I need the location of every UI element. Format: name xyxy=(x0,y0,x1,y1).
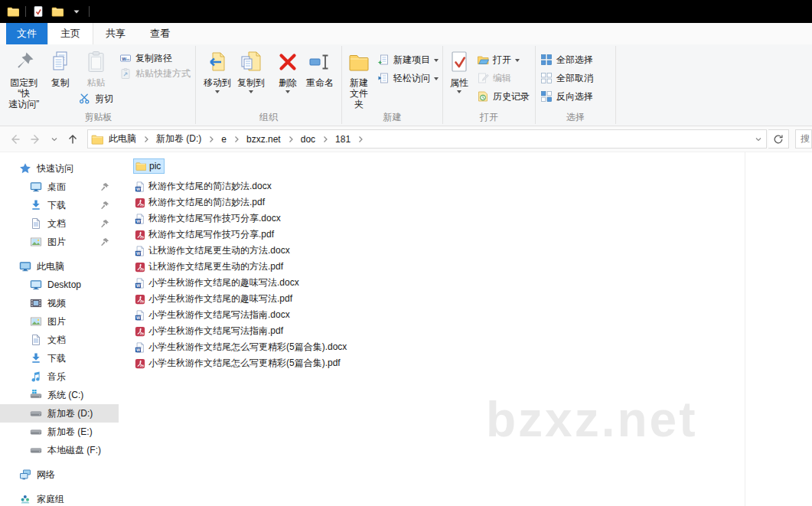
star-icon xyxy=(19,162,31,175)
svg-text:W: W xyxy=(136,218,141,223)
file-row[interactable]: PDF小学生秋游作文结尾写法指南.pdf xyxy=(133,323,286,339)
button-label: 打开 xyxy=(493,54,511,67)
delete-button[interactable]: 删除 xyxy=(272,46,303,93)
qat-properties-icon[interactable] xyxy=(31,5,45,18)
button-label: 新建 文件夹 xyxy=(347,77,371,109)
sidebar-section-homegroup[interactable]: 家庭组 xyxy=(0,490,119,506)
search-input[interactable]: 搜 xyxy=(795,129,812,149)
rename-button[interactable]: 重命名 xyxy=(303,46,337,88)
up-button[interactable] xyxy=(63,129,83,149)
invert-selection-button[interactable]: 反向选择 xyxy=(537,87,596,106)
sidebar-item-label: 文档 xyxy=(47,217,66,230)
file-row[interactable]: PDF秋游作文结尾写作技巧分享.pdf xyxy=(133,227,277,243)
move-to-button[interactable]: 移动到 xyxy=(201,46,234,93)
pin-to-quick-access-button[interactable]: 固定到“快 速访问” xyxy=(3,46,44,109)
breadcrumb-chevron-icon[interactable] xyxy=(142,135,151,144)
breadcrumb-chevron-icon[interactable] xyxy=(356,135,365,144)
recent-locations-dropdown[interactable] xyxy=(47,129,61,149)
network-icon xyxy=(19,468,31,481)
easy-access-button[interactable]: 轻松访问 xyxy=(374,69,442,87)
new-folder-icon xyxy=(347,50,371,74)
file-row[interactable]: W让秋游作文结尾更生动的方法.docx xyxy=(133,243,293,259)
sidebar-item[interactable]: 下载 xyxy=(0,196,119,214)
sidebar-item-label: 新加卷 (D:) xyxy=(47,407,93,420)
copy-path-button[interactable]: W 复制路径 xyxy=(116,51,194,66)
qat-customize-dropdown[interactable] xyxy=(70,5,83,18)
pin-icon[interactable] xyxy=(100,237,109,246)
qat-folder2-icon[interactable] xyxy=(51,5,64,18)
pin-icon[interactable] xyxy=(100,219,109,228)
breadcrumb-item[interactable]: 181 xyxy=(330,134,356,145)
new-item-button[interactable]: 新建项目 xyxy=(374,51,442,69)
ribbon-group-label: 组织 xyxy=(197,110,340,126)
refresh-icon xyxy=(772,133,784,145)
sidebar-section-network[interactable]: 网络 xyxy=(0,465,119,484)
sidebar-item[interactable]: 本地磁盘 (F:) xyxy=(0,441,119,459)
sidebar-item[interactable]: 新加卷 (E:) xyxy=(0,423,119,441)
sidebar-item[interactable]: 图片 xyxy=(0,312,119,331)
breadcrumb-chevron-icon[interactable] xyxy=(232,135,241,144)
select-none-button[interactable]: 全部取消 xyxy=(537,69,596,87)
file-row[interactable]: W小学生秋游作文结尾写法指南.docx xyxy=(133,307,293,323)
sidebar-section-this-pc[interactable]: 此电脑 xyxy=(0,257,119,276)
edit-button[interactable]: 编辑 xyxy=(474,69,533,87)
breadcrumb[interactable]: 此电脑新加卷 (D:)ebzxz.netdoc181 xyxy=(87,129,767,149)
file-row[interactable]: PDF秋游作文结尾的简洁妙法.pdf xyxy=(133,194,268,211)
sidebar-item[interactable]: 下载 xyxy=(0,349,119,367)
picture-icon xyxy=(30,236,42,248)
breadcrumb-chevron-icon[interactable] xyxy=(286,135,295,144)
back-button[interactable] xyxy=(5,129,24,149)
file-row[interactable]: W小学生秋游作文结尾怎么写更精彩(5篇合集).docx xyxy=(133,339,350,355)
file-row[interactable]: PDF小学生秋游作文结尾怎么写更精彩(5篇合集).pdf xyxy=(133,355,344,371)
folder-icon xyxy=(51,5,64,18)
properties-button[interactable]: 属性 xyxy=(445,46,474,93)
refresh-button[interactable] xyxy=(768,129,789,149)
sidebar-section-quick-access[interactable]: 快速访问 xyxy=(0,159,119,178)
copy-to-button[interactable]: 复制到 xyxy=(234,46,268,93)
invert-selection-icon xyxy=(540,90,553,103)
file-row[interactable]: PDF小学生秋游作文结尾的趣味写法.pdf xyxy=(133,291,295,307)
breadcrumb-item[interactable]: bzxz.net xyxy=(241,134,286,145)
file-row[interactable]: W小学生秋游作文结尾的趣味写法.docx xyxy=(133,275,302,291)
tab-home[interactable]: 主页 xyxy=(47,23,93,44)
breadcrumb-chevron-icon[interactable] xyxy=(321,135,330,144)
qat-folder-icon[interactable] xyxy=(6,5,20,18)
sidebar-item-label: 文档 xyxy=(47,334,66,347)
pin-icon[interactable] xyxy=(100,182,109,191)
cut-button[interactable]: 剪切 xyxy=(76,90,116,108)
breadcrumb-chevron-icon[interactable] xyxy=(207,135,216,144)
address-dropdown-button[interactable] xyxy=(754,135,763,144)
sidebar-item[interactable]: Desktop xyxy=(0,276,119,294)
file-name: 小学生秋游作文结尾写法指南.docx xyxy=(148,308,290,322)
file-row[interactable]: W秋游作文结尾写作技巧分享.docx xyxy=(133,211,284,227)
forward-button[interactable] xyxy=(26,129,46,149)
sidebar-item[interactable]: 系统 (C:) xyxy=(0,386,119,404)
sidebar-item[interactable]: 文档 xyxy=(0,331,119,349)
sidebar-item[interactable]: 视频 xyxy=(0,294,119,312)
breadcrumb-item[interactable]: 新加卷 (D:) xyxy=(151,132,207,145)
copy-button[interactable]: 复制 xyxy=(44,46,76,88)
button-label: 复制 xyxy=(51,77,70,88)
folder-row-pic[interactable]: pic xyxy=(133,158,165,174)
sidebar-item[interactable]: 音乐 xyxy=(0,367,119,386)
tab-view[interactable]: 查看 xyxy=(138,23,182,44)
sidebar-item[interactable]: 图片 xyxy=(0,233,119,251)
breadcrumb-item[interactable]: 此电脑 xyxy=(103,132,142,145)
open-button[interactable]: 打开 xyxy=(474,51,533,69)
paste-button[interactable]: 粘贴 xyxy=(76,46,116,90)
file-menu-button[interactable]: 文件 xyxy=(6,23,47,44)
file-row[interactable]: W秋游作文结尾的简洁妙法.docx xyxy=(133,178,275,194)
pin-icon[interactable] xyxy=(100,201,109,210)
sidebar-item[interactable]: 桌面 xyxy=(0,178,119,196)
history-button[interactable]: 历史记录 xyxy=(474,87,533,106)
sidebar-item[interactable]: 文档 xyxy=(0,214,119,233)
file-row[interactable]: PDF让秋游作文结尾更生动的方法.pdf xyxy=(133,259,286,275)
paste-shortcut-button[interactable]: 粘贴快捷方式 xyxy=(116,66,194,81)
new-folder-button[interactable]: 新建 文件夹 xyxy=(344,46,374,109)
breadcrumb-item[interactable]: doc xyxy=(295,134,321,145)
sidebar-item[interactable]: 新加卷 (D:) xyxy=(0,404,119,423)
breadcrumb-item[interactable]: e xyxy=(216,134,232,145)
sidebar-item-label: 新加卷 (E:) xyxy=(47,426,93,439)
select-all-button[interactable]: 全部选择 xyxy=(537,51,596,69)
tab-share[interactable]: 共享 xyxy=(93,23,138,44)
